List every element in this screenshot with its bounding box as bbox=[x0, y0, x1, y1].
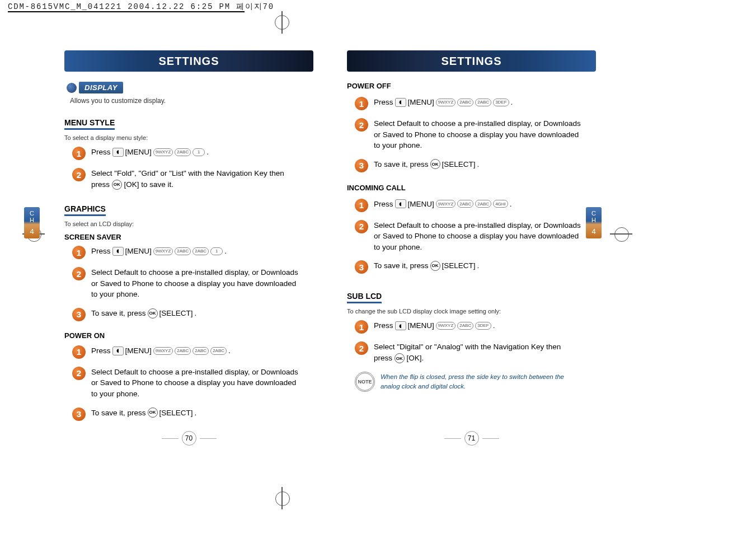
ok-key-icon: OK bbox=[430, 261, 440, 271]
keypad-key: 9WXYZ bbox=[153, 347, 173, 355]
step-number-icon: 3 bbox=[72, 407, 86, 421]
display-badge: DISPLAY bbox=[67, 82, 123, 93]
header-bar-right: SETTINGS bbox=[347, 50, 596, 72]
section-menu-style: MENU STYLE bbox=[64, 118, 115, 130]
section-sub: To select an LCD display: bbox=[64, 221, 313, 227]
registration-mark-top bbox=[271, 11, 293, 34]
page-71: SETTINGS POWER OFF 1 Press ◖ [MENU] 9WXY… bbox=[330, 39, 613, 453]
step-1: 1 Press ◖ [MENU] 9WXYZ 2ABC 2ABC 1 . bbox=[72, 246, 313, 259]
step-number-icon: 2 bbox=[355, 341, 368, 355]
keypad-key: 2ABC bbox=[457, 322, 473, 330]
step-number-icon: 3 bbox=[72, 308, 86, 321]
keypad-key: 2ABC bbox=[457, 200, 473, 208]
section-power-on: POWER ON bbox=[64, 331, 313, 340]
step-2: 2 Select "Fold", "Grid" or "List" with t… bbox=[72, 168, 313, 190]
step-2: 2 Select Default to choose a pre-install… bbox=[355, 220, 596, 253]
keypad-key: 3DEF bbox=[493, 99, 509, 106]
step-number-icon: 1 bbox=[355, 320, 368, 334]
keypad-key: 9WXYZ bbox=[153, 148, 173, 156]
note-text: When the flip is closed, press the side … bbox=[381, 372, 576, 390]
softkey-icon: ◖ bbox=[112, 247, 124, 256]
step-3: 3 To save it, press OK [SELECT]. bbox=[355, 159, 596, 172]
page-70: SETTINGS DISPLAY Allows you to customize… bbox=[48, 39, 330, 453]
keypad-key: 2ABC bbox=[175, 347, 191, 355]
page-number: 70 bbox=[182, 431, 196, 446]
keypad-key: 2ABC bbox=[175, 247, 191, 255]
step-number-icon: 1 bbox=[355, 199, 368, 212]
ok-key-icon: OK bbox=[395, 353, 405, 363]
ok-key-icon: OK bbox=[148, 407, 158, 418]
softkey-icon: ◖ bbox=[395, 199, 406, 208]
softkey-icon: ◖ bbox=[112, 148, 124, 157]
dot-icon bbox=[67, 83, 77, 93]
keypad-key: 9WXYZ bbox=[436, 200, 456, 208]
note-badge-icon: NOTE bbox=[355, 372, 375, 392]
ok-key-icon: OK bbox=[148, 308, 158, 318]
step-number-icon: 1 bbox=[72, 246, 86, 259]
keypad-key: 3DEF bbox=[475, 322, 491, 330]
step-1: 1 Press ◖ [MENU] 9WXYZ 2ABC 2ABC 4GHI . bbox=[355, 199, 596, 212]
step-1: 1 Press ◖ [MENU] 9WXYZ 2ABC 2ABC 3DEF . bbox=[355, 97, 596, 110]
softkey-icon: ◖ bbox=[395, 321, 406, 330]
keypad-key: 2ABC bbox=[192, 347, 209, 355]
ruler-ticks bbox=[8, 11, 245, 17]
ok-key-icon: OK bbox=[112, 180, 122, 190]
keypad-key: 2ABC bbox=[192, 247, 209, 255]
keypad-key: 2ABC bbox=[175, 148, 191, 156]
section-incoming-call: INCOMING CALL bbox=[347, 184, 596, 192]
step-number-icon: 2 bbox=[72, 267, 86, 280]
ok-key-icon: OK bbox=[430, 159, 440, 169]
step-number-icon: 3 bbox=[355, 159, 368, 172]
step-number-icon: 2 bbox=[72, 367, 86, 380]
step-1: 1 Press ◖ [MENU] 9WXYZ 2ABC 3DEF . bbox=[355, 320, 596, 334]
doc-print-mark: CDM-8615VMC_M_041221 2004.12.22 6:25 PM … bbox=[8, 2, 274, 12]
page-title: SETTINGS bbox=[441, 55, 501, 68]
step-2: 2 Select Default to choose a pre-install… bbox=[72, 267, 313, 300]
section-power-off: POWER OFF bbox=[347, 82, 596, 90]
step-number-icon: 3 bbox=[355, 260, 368, 274]
note: NOTE When the flip is closed, press the … bbox=[355, 372, 596, 392]
section-graphics: GRAPHICS bbox=[64, 204, 106, 216]
step-3: 3 To save it, press OK [SELECT]. bbox=[72, 407, 313, 421]
keypad-key: 2ABC bbox=[210, 347, 227, 355]
step-number-icon: 2 bbox=[72, 168, 86, 181]
step-1: 1 Press ◖ [MENU] 9WXYZ 2ABC 2ABC 2ABC . bbox=[72, 345, 313, 359]
keypad-key: 9WXYZ bbox=[436, 322, 456, 330]
section-sub: To select a display menu style: bbox=[64, 134, 313, 141]
keypad-key: 1 bbox=[192, 148, 205, 156]
header-bar-left: SETTINGS bbox=[64, 50, 313, 72]
step-2: 2 Select "Digital" or "Analog" with the … bbox=[355, 341, 596, 363]
keypad-key: 2ABC bbox=[475, 99, 491, 106]
page-number: 71 bbox=[464, 431, 479, 446]
keypad-key: 2ABC bbox=[457, 99, 473, 106]
registration-mark-bottom bbox=[271, 487, 293, 509]
section-sub-lcd: SUB LCD bbox=[347, 292, 382, 303]
step-number-icon: 1 bbox=[72, 147, 86, 160]
keypad-key: 9WXYZ bbox=[436, 99, 456, 106]
intro-text: Allows you to customize display. bbox=[70, 97, 313, 105]
step-3: 3 To save it, press OK [SELECT]. bbox=[355, 260, 596, 274]
page-number-wrap: 70 bbox=[162, 431, 217, 446]
step-number-icon: 1 bbox=[355, 97, 368, 110]
chapter-tab-left: C H 4 bbox=[24, 207, 40, 238]
step-number-icon: 2 bbox=[355, 118, 368, 132]
keypad-key: 1 bbox=[210, 247, 223, 255]
step-3: 3 To save it, press OK [SELECT]. bbox=[72, 308, 313, 321]
page-title: SETTINGS bbox=[158, 55, 219, 68]
step-2: 2 Select Default to choose a pre-install… bbox=[72, 367, 313, 400]
section-screen-saver: SCREEN SAVER bbox=[64, 233, 313, 241]
step-2: 2 Select Default to choose a pre-install… bbox=[355, 118, 596, 151]
registration-mark-right bbox=[610, 223, 632, 245]
keypad-key: 9WXYZ bbox=[153, 247, 173, 255]
step-1: 1 Press ◖ [MENU] 9WXYZ 2ABC 1 . bbox=[72, 147, 313, 160]
step-number-icon: 1 bbox=[72, 345, 86, 359]
softkey-icon: ◖ bbox=[395, 98, 406, 107]
step-number-icon: 2 bbox=[355, 220, 368, 233]
keypad-key: 4GHI bbox=[493, 200, 508, 208]
page-number-wrap: 71 bbox=[444, 431, 499, 446]
section-sub: To change the sub LCD display clock imag… bbox=[347, 308, 596, 315]
keypad-key: 2ABC bbox=[475, 200, 491, 208]
softkey-icon: ◖ bbox=[112, 346, 124, 355]
